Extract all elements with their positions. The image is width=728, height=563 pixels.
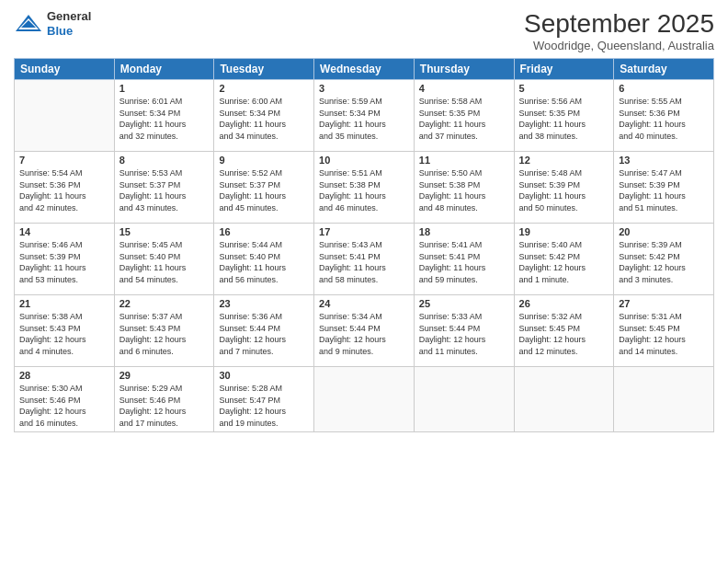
- day-info: Sunrise: 5:39 AMSunset: 5:42 PMDaylight:…: [619, 239, 709, 285]
- calendar-cell: 28Sunrise: 5:30 AMSunset: 5:46 PMDayligh…: [15, 367, 115, 432]
- day-info: Sunrise: 5:31 AMSunset: 5:45 PMDaylight:…: [619, 311, 709, 357]
- calendar-cell: 24Sunrise: 5:34 AMSunset: 5:44 PMDayligh…: [314, 295, 415, 367]
- day-info: Sunrise: 5:32 AMSunset: 5:45 PMDaylight:…: [519, 311, 609, 357]
- calendar-cell: 6Sunrise: 5:55 AMSunset: 5:36 PMDaylight…: [614, 80, 714, 152]
- calendar-cell: [414, 367, 514, 432]
- logo: General Blue: [14, 9, 91, 38]
- header-wednesday: Wednesday: [314, 59, 415, 80]
- calendar-cell: 3Sunrise: 5:59 AMSunset: 5:34 PMDaylight…: [314, 80, 415, 152]
- month-title: September 2025: [524, 9, 714, 39]
- day-number: 22: [119, 298, 210, 309]
- day-info: Sunrise: 5:50 AMSunset: 5:38 PMDaylight:…: [419, 167, 509, 213]
- calendar-cell: 22Sunrise: 5:37 AMSunset: 5:43 PMDayligh…: [114, 295, 214, 367]
- calendar-cell: 4Sunrise: 5:58 AMSunset: 5:35 PMDaylight…: [414, 80, 514, 152]
- calendar-cell: 9Sunrise: 5:52 AMSunset: 5:37 PMDaylight…: [214, 152, 314, 224]
- day-info: Sunrise: 5:52 AMSunset: 5:37 PMDaylight:…: [219, 167, 309, 213]
- day-number: 29: [119, 370, 210, 381]
- day-info: Sunrise: 5:38 AMSunset: 5:43 PMDaylight:…: [19, 311, 109, 357]
- day-number: 12: [519, 155, 609, 166]
- day-info: Sunrise: 5:29 AMSunset: 5:46 PMDaylight:…: [119, 383, 210, 429]
- logo-text: General Blue: [47, 9, 91, 38]
- day-number: 30: [219, 370, 309, 381]
- calendar: Sunday Monday Tuesday Wednesday Thursday…: [14, 58, 714, 432]
- calendar-cell: 13Sunrise: 5:47 AMSunset: 5:39 PMDayligh…: [614, 152, 714, 224]
- day-number: 11: [419, 155, 509, 166]
- calendar-cell: 20Sunrise: 5:39 AMSunset: 5:42 PMDayligh…: [614, 224, 714, 295]
- day-number: 23: [219, 298, 309, 309]
- day-info: Sunrise: 5:45 AMSunset: 5:40 PMDaylight:…: [119, 239, 210, 285]
- calendar-cell: 27Sunrise: 5:31 AMSunset: 5:45 PMDayligh…: [614, 295, 714, 367]
- day-number: 21: [19, 298, 109, 309]
- day-info: Sunrise: 5:40 AMSunset: 5:42 PMDaylight:…: [519, 239, 609, 285]
- day-info: Sunrise: 6:00 AMSunset: 5:34 PMDaylight:…: [219, 96, 309, 142]
- day-number: 25: [419, 298, 509, 309]
- calendar-cell: 12Sunrise: 5:48 AMSunset: 5:39 PMDayligh…: [514, 152, 614, 224]
- day-info: Sunrise: 5:44 AMSunset: 5:40 PMDaylight:…: [219, 239, 309, 285]
- day-number: 9: [219, 155, 309, 166]
- calendar-cell: 30Sunrise: 5:28 AMSunset: 5:47 PMDayligh…: [214, 367, 314, 432]
- calendar-cell: 26Sunrise: 5:32 AMSunset: 5:45 PMDayligh…: [514, 295, 614, 367]
- calendar-cell: 10Sunrise: 5:51 AMSunset: 5:38 PMDayligh…: [314, 152, 415, 224]
- calendar-cell: 5Sunrise: 5:56 AMSunset: 5:35 PMDaylight…: [514, 80, 614, 152]
- calendar-cell: 17Sunrise: 5:43 AMSunset: 5:41 PMDayligh…: [314, 224, 415, 295]
- calendar-cell: 23Sunrise: 5:36 AMSunset: 5:44 PMDayligh…: [214, 295, 314, 367]
- day-info: Sunrise: 5:55 AMSunset: 5:36 PMDaylight:…: [619, 96, 709, 142]
- day-number: 14: [19, 226, 109, 237]
- day-info: Sunrise: 5:33 AMSunset: 5:44 PMDaylight:…: [419, 311, 509, 357]
- day-info: Sunrise: 5:43 AMSunset: 5:41 PMDaylight:…: [319, 239, 409, 285]
- location-title: Woodridge, Queensland, Australia: [524, 39, 714, 52]
- calendar-cell: 14Sunrise: 5:46 AMSunset: 5:39 PMDayligh…: [15, 224, 115, 295]
- day-number: 5: [519, 83, 609, 94]
- day-info: Sunrise: 5:34 AMSunset: 5:44 PMDaylight:…: [319, 311, 409, 357]
- day-number: 17: [319, 226, 409, 237]
- weekday-header-row: Sunday Monday Tuesday Wednesday Thursday…: [15, 59, 714, 80]
- day-info: Sunrise: 5:30 AMSunset: 5:46 PMDaylight:…: [19, 383, 109, 429]
- calendar-cell: 1Sunrise: 6:01 AMSunset: 5:34 PMDaylight…: [114, 80, 214, 152]
- day-info: Sunrise: 5:36 AMSunset: 5:44 PMDaylight:…: [219, 311, 309, 357]
- calendar-cell: 11Sunrise: 5:50 AMSunset: 5:38 PMDayligh…: [414, 152, 514, 224]
- header-saturday: Saturday: [614, 59, 714, 80]
- day-number: 28: [19, 370, 109, 381]
- calendar-cell: [314, 367, 415, 432]
- day-info: Sunrise: 5:46 AMSunset: 5:39 PMDaylight:…: [19, 239, 109, 285]
- day-number: 1: [119, 83, 210, 94]
- day-number: 10: [319, 155, 409, 166]
- day-number: 19: [519, 226, 609, 237]
- header-thursday: Thursday: [414, 59, 514, 80]
- day-number: 3: [319, 83, 409, 94]
- calendar-cell: 7Sunrise: 5:54 AMSunset: 5:36 PMDaylight…: [15, 152, 115, 224]
- header-tuesday: Tuesday: [214, 59, 314, 80]
- calendar-cell: 29Sunrise: 5:29 AMSunset: 5:46 PMDayligh…: [114, 367, 214, 432]
- day-info: Sunrise: 5:37 AMSunset: 5:43 PMDaylight:…: [119, 311, 210, 357]
- day-info: Sunrise: 5:54 AMSunset: 5:36 PMDaylight:…: [19, 167, 109, 213]
- day-info: Sunrise: 5:47 AMSunset: 5:39 PMDaylight:…: [619, 167, 709, 213]
- day-number: 13: [619, 155, 709, 166]
- calendar-cell: 18Sunrise: 5:41 AMSunset: 5:41 PMDayligh…: [414, 224, 514, 295]
- day-number: 20: [619, 226, 709, 237]
- calendar-cell: 21Sunrise: 5:38 AMSunset: 5:43 PMDayligh…: [15, 295, 115, 367]
- day-number: 27: [619, 298, 709, 309]
- header-friday: Friday: [514, 59, 614, 80]
- day-info: Sunrise: 5:56 AMSunset: 5:35 PMDaylight:…: [519, 96, 609, 142]
- calendar-cell: 16Sunrise: 5:44 AMSunset: 5:40 PMDayligh…: [214, 224, 314, 295]
- day-number: 26: [519, 298, 609, 309]
- day-info: Sunrise: 5:53 AMSunset: 5:37 PMDaylight:…: [119, 167, 210, 213]
- header: General Blue September 2025 Woodridge, Q…: [14, 9, 714, 52]
- day-number: 7: [19, 155, 109, 166]
- day-number: 15: [119, 226, 210, 237]
- calendar-cell: 19Sunrise: 5:40 AMSunset: 5:42 PMDayligh…: [514, 224, 614, 295]
- header-monday: Monday: [114, 59, 214, 80]
- calendar-cell: 25Sunrise: 5:33 AMSunset: 5:44 PMDayligh…: [414, 295, 514, 367]
- day-number: 4: [419, 83, 509, 94]
- day-info: Sunrise: 5:51 AMSunset: 5:38 PMDaylight:…: [319, 167, 409, 213]
- day-number: 24: [319, 298, 409, 309]
- logo-blue: Blue: [47, 24, 91, 39]
- calendar-cell: 15Sunrise: 5:45 AMSunset: 5:40 PMDayligh…: [114, 224, 214, 295]
- day-info: Sunrise: 5:59 AMSunset: 5:34 PMDaylight:…: [319, 96, 409, 142]
- calendar-cell: [514, 367, 614, 432]
- day-number: 2: [219, 83, 309, 94]
- page: General Blue September 2025 Woodridge, Q…: [0, 0, 728, 563]
- day-info: Sunrise: 5:41 AMSunset: 5:41 PMDaylight:…: [419, 239, 509, 285]
- calendar-cell: [614, 367, 714, 432]
- day-number: 16: [219, 226, 309, 237]
